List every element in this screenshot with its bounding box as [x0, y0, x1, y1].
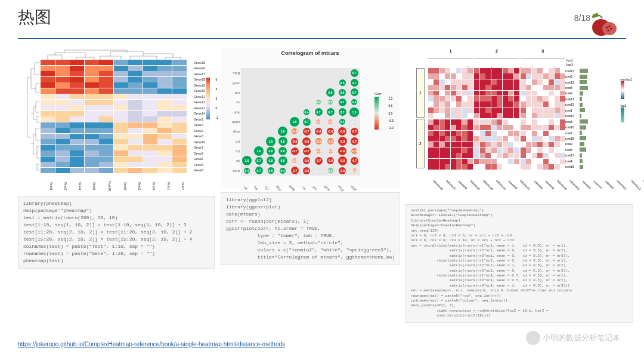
watermark: 小明的数据分析笔记本 — [526, 331, 620, 345]
svg-point-2 — [606, 27, 608, 29]
svg-point-3 — [609, 26, 611, 27]
pheatmap-plot: Gene15Gene20Gene17Gene18Gene16Gene19Gene… — [18, 48, 215, 191]
divider — [18, 38, 626, 39]
correlogram-plot: Correlogram of mtcars 0.70.50.70.80.60.7… — [221, 48, 400, 187]
reference-link[interactable]: https://jokergoo.github.io/ComplexHeatma… — [18, 341, 285, 347]
complexheatmap-code: install.packages("ComplexHeatmap") BiocM… — [405, 204, 633, 323]
pomegranate-decoration — [584, 11, 620, 38]
svg-point-4 — [611, 28, 612, 30]
complexheatmap-plot: 123 ●●●●●●●●●●●●●●●●●●●●●●●● foo1bar1 12… — [405, 48, 633, 199]
wechat-icon — [526, 331, 540, 345]
page-title: 热图 — [18, 6, 626, 29]
svg-point-5 — [608, 30, 609, 32]
pheatmap-code: library(pheatmap) help(package="pheatmap… — [18, 196, 215, 269]
correlogram-title: Correlogram of mtcars — [223, 50, 397, 56]
ggcorrplot-code: library(ggplot2) library(ggcorrplot) dat… — [221, 192, 400, 265]
svg-point-1 — [602, 22, 617, 35]
